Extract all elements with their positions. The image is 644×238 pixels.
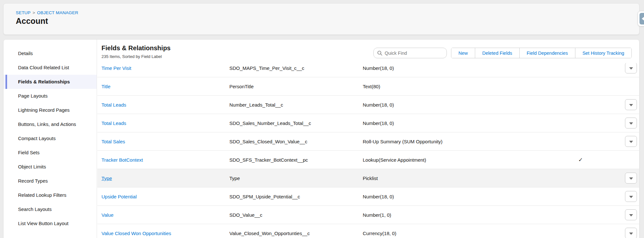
quick-find-input[interactable] <box>385 48 444 58</box>
row-actions-dropdown-button[interactable] <box>625 136 637 147</box>
section-title: Fields & Relationships <box>101 44 170 52</box>
setup-header-card: SETUP>OBJECT MANAGER Account <box>3 3 639 35</box>
field-row: Value SDO_Value__c Number(1, 0) <box>97 206 639 224</box>
field-row: Title PersonTitle Text(80) <box>97 77 639 96</box>
breadcrumb-setup-link[interactable]: SETUP <box>16 10 31 15</box>
sidebar-item-record-types[interactable]: Record Types <box>4 174 97 188</box>
field-label-link[interactable]: Total Leads <box>101 102 126 108</box>
indexed-checkmark-icon: ✓ <box>568 157 593 163</box>
field-row: Tracker BotContext SDO_SFS_Tracker_BotCo… <box>97 151 639 169</box>
deleted-fields-button[interactable]: Deleted Fields <box>475 48 519 58</box>
field-api-name: Value_Closed_Won_Opportunties__c <box>229 231 310 236</box>
items-count-subtitle: 235 Items, Sorted by Field Label <box>101 54 162 59</box>
field-label-cell: Total Leads <box>101 120 126 126</box>
chevron-down-icon <box>629 141 633 143</box>
new-button[interactable]: New <box>451 48 475 58</box>
sidebar-item-data-cloud-related-list[interactable]: Data Cloud Related List <box>4 61 97 75</box>
field-dependencies-button[interactable]: Field Dependencies <box>519 48 575 58</box>
sidebar-item-label: Search Layouts <box>18 206 52 212</box>
sidebar-item-related-lookup-filters[interactable]: Related Lookup Filters <box>4 188 97 202</box>
field-label-link[interactable]: Value <box>101 212 113 218</box>
field-label-cell: Time Per Visit <box>101 65 131 71</box>
fields-table-viewport[interactable]: Time Per Visit SDO_MAPS_Time_Per_Visit_c… <box>97 63 639 238</box>
chevron-down-icon <box>629 67 633 70</box>
fields-relationships-content: Fields & Relationships 235 Items, Sorted… <box>97 40 639 238</box>
field-api-name: PersonTitle <box>229 84 254 89</box>
help-panel-tab[interactable] <box>638 11 644 26</box>
row-actions-dropdown-button[interactable] <box>625 173 637 184</box>
chevron-down-icon <box>629 177 633 180</box>
chevron-down-icon <box>629 122 633 125</box>
field-row: Total Sales SDO_Sales_Closed_Won_Value__… <box>97 132 639 151</box>
field-row: Time Per Visit SDO_MAPS_Time_Per_Visit_c… <box>97 63 639 77</box>
field-data-type: Roll-Up Summary (SUM Opportunity) <box>363 139 443 144</box>
sidebar-item-search-layouts[interactable]: Search Layouts <box>4 202 97 216</box>
row-actions-dropdown-button[interactable] <box>625 209 637 220</box>
search-icon <box>377 51 382 56</box>
object-manager-panel: Details Data Cloud Related List Fields &… <box>3 39 639 238</box>
row-actions-dropdown-button[interactable] <box>625 118 637 129</box>
sidebar-item-details[interactable]: Details <box>4 46 97 61</box>
row-actions-dropdown-button[interactable] <box>625 228 637 238</box>
sidebar-item-buttons-links-and-actions[interactable]: Buttons, Links, and Actions <box>4 117 97 131</box>
field-label-link[interactable]: Time Per Visit <box>101 65 131 71</box>
sidebar-item-label: Data Cloud Related List <box>18 65 69 70</box>
sidebar-item-label: Fields & Relationships <box>18 79 70 84</box>
field-data-type: Number(18, 0) <box>363 194 394 199</box>
chevron-down-icon <box>629 196 633 198</box>
fields-table: Time Per Visit SDO_MAPS_Time_Per_Visit_c… <box>97 63 639 238</box>
field-label-link[interactable]: Upside Potential <box>101 194 137 199</box>
field-label-link[interactable]: Total Leads <box>101 120 126 126</box>
field-data-type: Number(1, 0) <box>363 212 391 218</box>
row-actions-dropdown-button[interactable] <box>625 99 637 110</box>
row-actions-dropdown-button[interactable] <box>625 191 637 202</box>
sidebar-item-list-view-button-layout[interactable]: List View Button Layout <box>4 216 97 231</box>
field-row: Total Leads Number_Leads_Total__c Number… <box>97 96 639 114</box>
field-label-link[interactable]: Title <box>101 84 111 89</box>
field-api-name: SDO_Sales_Closed_Won_Value__c <box>229 139 307 144</box>
field-label-link[interactable]: Type <box>101 176 112 181</box>
field-label-cell: Total Sales <box>101 139 125 144</box>
field-label-link[interactable]: Tracker BotContext <box>101 157 143 163</box>
field-api-name: SDO_Value__c <box>229 212 262 218</box>
set-history-tracking-button[interactable]: Set History Tracking <box>575 48 631 58</box>
sidebar-item-label: Field Sets <box>18 150 40 155</box>
sidebar-item-label: Page Layouts <box>18 93 48 99</box>
field-data-type: Picklist <box>363 176 378 181</box>
sidebar-item-label: Compact Layouts <box>18 136 56 141</box>
field-label-cell: Value Closed Won Opportunities <box>101 231 171 236</box>
field-row: Total Leads SDO_Sales_Number_Leads_Total… <box>97 114 639 132</box>
field-data-type: Number(18, 0) <box>363 120 394 126</box>
chevron-down-icon <box>629 104 633 106</box>
quick-find-box <box>373 48 447 58</box>
sidebar-item-label: Details <box>18 51 33 56</box>
field-data-type: Text(80) <box>363 84 380 89</box>
field-label-cell: Total Leads <box>101 102 126 108</box>
sidebar-item-page-layouts[interactable]: Page Layouts <box>4 89 97 103</box>
field-row: Type Type Picklist <box>97 169 639 187</box>
breadcrumb: SETUP>OBJECT MANAGER <box>16 10 78 15</box>
row-actions-dropdown-button[interactable] <box>625 63 637 73</box>
field-api-name: Type <box>229 176 240 181</box>
chevron-left-icon <box>639 13 644 24</box>
sidebar-item-label: Record Types <box>18 178 48 184</box>
field-api-name: Number_Leads_Total__c <box>229 102 283 108</box>
field-data-type: Number(18, 0) <box>363 102 394 108</box>
sidebar-item-label: Object Limits <box>18 164 46 169</box>
breadcrumb-object-manager-link[interactable]: OBJECT MANAGER <box>37 10 78 15</box>
field-row: Upside Potential SDO_SPM_Upside_Potentia… <box>97 187 639 206</box>
sidebar-item-compact-layouts[interactable]: Compact Layouts <box>4 131 97 146</box>
sidebar-item-label: Buttons, Links, and Actions <box>18 121 76 127</box>
sidebar-item-object-limits[interactable]: Object Limits <box>4 160 97 174</box>
sidebar-item-field-sets[interactable]: Field Sets <box>4 146 97 160</box>
field-label-cell: Title <box>101 84 111 89</box>
sidebar-item-lightning-record-pages[interactable]: Lightning Record Pages <box>4 103 97 117</box>
field-label-link[interactable]: Total Sales <box>101 139 125 144</box>
field-api-name: SDO_MAPS_Time_Per_Visit_c__c <box>229 65 304 71</box>
sidebar-item-fields-relationships[interactable]: Fields & Relationships <box>4 75 97 89</box>
field-label-cell: Tracker BotContext <box>101 157 143 163</box>
field-label-link[interactable]: Value Closed Won Opportunities <box>101 231 171 236</box>
chevron-down-icon <box>629 233 633 235</box>
field-label-cell: Upside Potential <box>101 194 137 199</box>
field-api-name: SDO_SFS_Tracker_BotContext__pc <box>229 157 308 163</box>
